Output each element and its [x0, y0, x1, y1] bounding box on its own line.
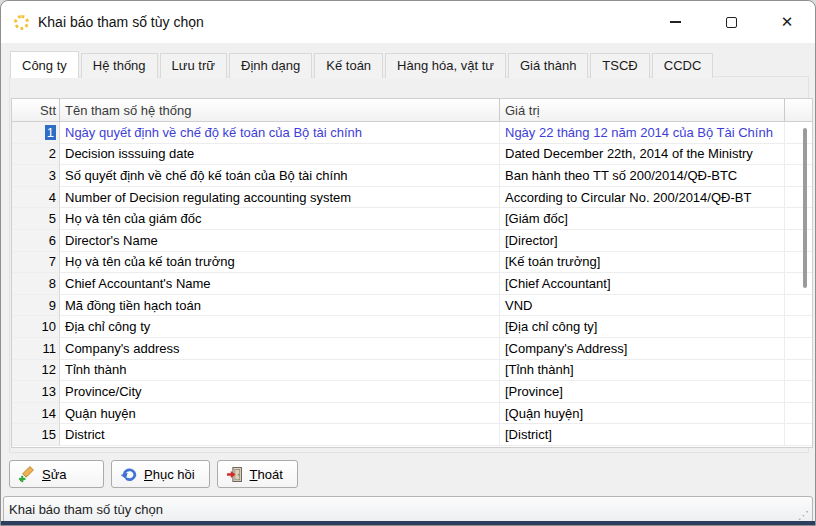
exit-button[interactable]: Thoát — [217, 460, 298, 488]
tab-strip: Công tyHệ thốngLưu trữĐịnh dạngKế toánHà… — [10, 51, 715, 78]
edit-button[interactable]: Sửa — [9, 460, 104, 488]
cell-stt: 3 — [12, 165, 60, 187]
cell-parameter-name[interactable]: Province/City — [60, 381, 500, 403]
cell-parameter-value[interactable]: Ban hành theo TT số 200/2014/QĐ-BTC — [500, 165, 785, 187]
table-row[interactable]: 6Director's Name[Director] — [12, 230, 812, 252]
row-number: 6 — [49, 233, 56, 248]
status-text: Khai báo tham số tùy chọn — [9, 502, 163, 517]
cell-parameter-name[interactable]: Họ và tên của kế toán trưởng — [60, 252, 500, 274]
cell-parameter-name[interactable]: Địa chỉ công ty — [60, 316, 500, 338]
cell-parameter-value[interactable]: [Chief Accountant] — [500, 273, 785, 295]
undo-arrow-icon — [120, 466, 137, 483]
window-bottom-strip — [1, 521, 815, 525]
tab-1[interactable]: Hệ thống — [81, 53, 158, 78]
tab-3[interactable]: Định dạng — [229, 53, 312, 78]
cell-parameter-name[interactable]: Tỉnh thành — [60, 360, 500, 382]
table-row[interactable]: 7Họ và tên của kế toán trưởng[Kế toán tr… — [12, 252, 812, 274]
cell-parameter-value[interactable]: [Địa chỉ công ty] — [500, 316, 785, 338]
table-row[interactable]: 4Number of Decision regulating accountin… — [12, 187, 812, 209]
cell-parameter-name[interactable]: Mã đồng tiền hạch toán — [60, 295, 500, 317]
cell-stt: 7 — [12, 252, 60, 274]
cell-parameter-value[interactable]: [Company's Address] — [500, 338, 785, 360]
cell-stt: 9 — [12, 295, 60, 317]
vertical-scrollbar[interactable] — [798, 123, 811, 446]
exit-door-icon — [226, 466, 243, 483]
row-number: 14 — [42, 406, 56, 421]
cell-parameter-name[interactable]: Quận huyện — [60, 403, 500, 425]
cell-parameter-name[interactable]: District — [60, 424, 500, 446]
grid-body: 1Ngày quyết định về chế độ kế toán của B… — [12, 122, 812, 446]
row-number: 12 — [42, 362, 56, 377]
cell-parameter-value[interactable]: [Director] — [500, 230, 785, 252]
cell-parameter-name[interactable]: Decision isssuing date — [60, 144, 500, 166]
row-number: 4 — [49, 190, 56, 205]
table-row[interactable]: 15District[District] — [12, 424, 812, 446]
row-number: 13 — [42, 384, 56, 399]
tab-0[interactable]: Công ty — [10, 51, 79, 78]
window-title: Khai báo tham số tùy chọn — [38, 14, 204, 30]
column-header-value[interactable]: Giá trị — [500, 99, 785, 121]
cell-stt: 1 — [12, 122, 60, 144]
cell-parameter-value[interactable]: [Quận huyện] — [500, 403, 785, 425]
pencil-plus-icon — [18, 466, 35, 483]
parameters-grid: Stt Tên tham số hệ thống Giá trị 1Ngày q… — [11, 98, 813, 448]
row-number: 9 — [49, 298, 56, 313]
cell-parameter-name[interactable]: Họ và tên của giám đốc — [60, 208, 500, 230]
window-controls: ✕ — [647, 1, 815, 43]
row-number: 11 — [43, 341, 57, 356]
cell-parameter-name[interactable]: Ngày quyết định về chế độ kế toán của Bộ… — [60, 122, 500, 144]
table-row[interactable]: 8Chief Accountant's Name[Chief Accountan… — [12, 273, 812, 295]
cell-parameter-value[interactable]: [Giám đốc] — [500, 208, 785, 230]
minimize-icon — [670, 21, 681, 23]
cell-stt: 13 — [12, 381, 60, 403]
table-row[interactable]: 1Ngày quyết định về chế độ kế toán của B… — [12, 122, 812, 144]
cell-parameter-name[interactable]: Số quyết định về chế độ kế toán của Bộ t… — [60, 165, 500, 187]
cell-parameter-value[interactable]: VND — [500, 295, 785, 317]
row-number: 15 — [42, 427, 56, 442]
table-row[interactable]: 2Decision isssuing dateDated December 22… — [12, 144, 812, 166]
cell-stt: 8 — [12, 273, 60, 295]
table-row[interactable]: 3Số quyết định về chế độ kế toán của Bộ … — [12, 165, 812, 187]
column-header-stt[interactable]: Stt — [12, 99, 60, 121]
table-row[interactable]: 11Company's address[Company's Address] — [12, 338, 812, 360]
cell-stt: 5 — [12, 208, 60, 230]
row-number: 5 — [49, 211, 56, 226]
cell-parameter-name[interactable]: Company's address — [60, 338, 500, 360]
table-row[interactable]: 5Họ và tên của giám đốc[Giám đốc] — [12, 208, 812, 230]
cell-parameter-value[interactable]: [Tỉnh thành] — [500, 360, 785, 382]
table-row[interactable]: 14Quận huyện[Quận huyện] — [12, 403, 812, 425]
cell-parameter-value[interactable]: [Province] — [500, 381, 785, 403]
maximize-button[interactable] — [703, 1, 759, 43]
table-row[interactable]: 12Tỉnh thành[Tỉnh thành] — [12, 360, 812, 382]
tab-2[interactable]: Lưu trữ — [160, 53, 227, 78]
close-button[interactable]: ✕ — [759, 1, 815, 43]
cell-parameter-value[interactable]: Ngày 22 tháng 12 năm 2014 của Bộ Tài Chí… — [500, 122, 785, 144]
table-row[interactable]: 13Province/City[Province] — [12, 381, 812, 403]
cell-parameter-name[interactable]: Chief Accountant's Name — [60, 273, 500, 295]
column-header-name[interactable]: Tên tham số hệ thống — [60, 99, 500, 121]
row-number: 3 — [49, 168, 56, 183]
close-icon: ✕ — [781, 13, 794, 31]
cell-parameter-name[interactable]: Number of Decision regulating accounting… — [60, 187, 500, 209]
cell-parameter-value[interactable]: [Kế toán trưởng] — [500, 252, 785, 274]
table-row[interactable]: 9Mã đồng tiền hạch toánVND — [12, 295, 812, 317]
scrollbar-thumb[interactable] — [803, 128, 807, 288]
tab-8[interactable]: CCDC — [652, 53, 714, 78]
cell-parameter-value[interactable]: According to Circular No. 200/2014/QĐ-BT — [500, 187, 785, 209]
tab-4[interactable]: Kế toán — [314, 53, 383, 78]
exit-button-label: Thoát — [250, 467, 283, 482]
table-row[interactable]: 10Địa chỉ công ty[Địa chỉ công ty] — [12, 316, 812, 338]
tab-5[interactable]: Hàng hóa, vật tư — [385, 53, 506, 78]
tab-6[interactable]: Giá thành — [508, 53, 588, 78]
cell-parameter-value[interactable]: [District] — [500, 424, 785, 446]
action-button-bar: Sửa Phục hồi Thoát — [9, 460, 298, 488]
sun-gear-icon — [14, 15, 29, 30]
minimize-button[interactable] — [647, 1, 703, 43]
cell-stt: 11 — [12, 338, 60, 360]
cell-parameter-value[interactable]: Dated December 22th, 2014 of the Ministr… — [500, 144, 785, 166]
cell-stt: 6 — [12, 230, 60, 252]
restore-button[interactable]: Phục hồi — [111, 460, 210, 488]
cell-stt: 10 — [12, 316, 60, 338]
cell-parameter-name[interactable]: Director's Name — [60, 230, 500, 252]
tab-7[interactable]: TSCĐ — [590, 53, 649, 78]
